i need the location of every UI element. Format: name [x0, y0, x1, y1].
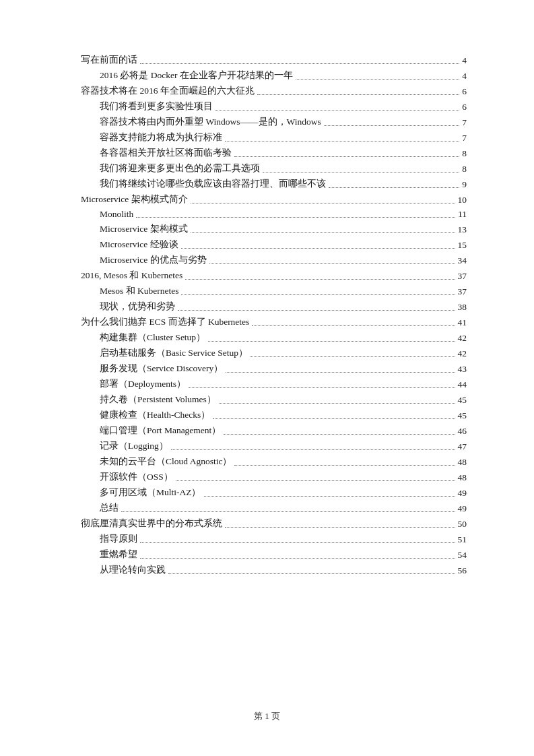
toc-item-page: 46: [458, 426, 467, 437]
toc-item-page: 7: [462, 117, 467, 128]
toc-dots: [181, 248, 455, 249]
toc-item-title: 写在前面的话: [81, 54, 137, 66]
toc-item: 2016, Mesos 和 Kubernetes37: [81, 270, 467, 282]
toc-dots: [171, 449, 455, 450]
toc-dots: [252, 325, 455, 326]
page-number: 第 1 页: [254, 711, 280, 721]
toc-item-page: 51: [458, 534, 467, 545]
toc-item-title: Microservice 经验谈: [81, 239, 178, 251]
toc-item-title: 容器技术将由内而外重塑 Windows——是的，Windows: [81, 116, 321, 128]
toc-item-title: 我们将继续讨论哪些负载应该由容器打理、而哪些不该: [81, 178, 326, 190]
toc-dots: [324, 125, 459, 126]
toc-item-page: 50: [458, 519, 467, 530]
toc-item-page: 38: [458, 302, 467, 313]
toc-dots: [121, 511, 455, 512]
toc-item-page: 13: [458, 224, 467, 235]
toc-item-page: 48: [458, 472, 467, 483]
toc-item-title: 容器支持能力将成为执行标准: [81, 131, 222, 144]
toc-item-title: 彻底厘清真实世界中的分布式系统: [81, 517, 222, 530]
toc-item-title: Microservice 的优点与劣势: [81, 254, 207, 266]
toc-item-title: Mesos 和 Kubernetes: [81, 285, 178, 297]
toc-item-page: 44: [458, 379, 467, 390]
toc-item-page: 43: [458, 364, 467, 375]
toc-item: 指导原则51: [81, 533, 467, 545]
toc-dots: [213, 418, 455, 419]
toc-item-title: 总结: [81, 502, 119, 514]
toc-item: 写在前面的话4: [81, 54, 467, 66]
toc-item-page: 42: [458, 348, 467, 359]
toc-item: Microservice 架构模式13: [81, 223, 467, 235]
toc-item-title: 容器技术将在 2016 年全面崛起的六大征兆: [81, 85, 255, 97]
toc-item-page: 10: [458, 195, 467, 206]
toc-dots: [204, 496, 455, 497]
toc-item: 健康检查（Health-Checks）45: [81, 409, 467, 421]
toc-dots: [189, 387, 455, 388]
toc-item: 总结49: [81, 502, 467, 514]
toc-item-title: Microservice 架构模式: [81, 223, 188, 235]
toc-item-title: 启动基础服务（Basic Service Setup）: [81, 347, 248, 359]
toc-item: Microservice 架构模式简介10: [81, 193, 467, 206]
toc-item: 我们将看到更多实验性项目6: [81, 100, 467, 113]
toc-dots: [226, 372, 455, 373]
toc-item: 我们将迎来更多更出色的必需工具选项8: [81, 162, 467, 175]
toc-dots: [140, 63, 459, 64]
toc-dots: [219, 403, 455, 404]
toc-item: 开源软件（OSS）48: [81, 471, 467, 483]
toc-item: 容器支持能力将成为执行标准7: [81, 131, 467, 144]
toc-item-page: 15: [458, 240, 467, 251]
toc-dots: [251, 356, 455, 357]
toc-item-page: 42: [458, 333, 467, 344]
toc-dots: [224, 434, 455, 435]
page-footer: 第 1 页: [0, 710, 534, 722]
toc-item-title: 现状，优势和劣势: [81, 301, 175, 313]
toc-dots: [296, 79, 459, 80]
toc-dots: [234, 156, 459, 157]
toc-dots: [329, 187, 459, 188]
toc-item-title: 构建集群（Cluster Setup）: [81, 332, 205, 344]
toc-item-title: 服务发现（Service Discovery）: [81, 363, 223, 375]
toc-item: 容器技术将由内而外重塑 Windows——是的，Windows7: [81, 116, 467, 128]
toc-dots: [225, 527, 455, 528]
toc-dots: [257, 94, 460, 95]
toc-item-title: 持久卷（Persistent Volumes）: [81, 393, 216, 406]
toc-dots: [140, 558, 455, 559]
toc-dots: [191, 232, 455, 233]
toc-item-title: 未知的云平台（Cloud Agnostic）: [81, 455, 232, 468]
toc-item-page: 7: [462, 133, 467, 144]
toc-item-title: 重燃希望: [81, 548, 137, 561]
toc-item: 端口管理（Port Management）46: [81, 424, 467, 437]
toc-dots: [209, 263, 455, 264]
toc-item: 为什么我们抛弃 ECS 而选择了 Kubernetes41: [81, 316, 467, 328]
toc-item-page: 11: [458, 209, 467, 220]
toc-item-title: 开源软件（OSS）: [81, 471, 173, 483]
toc-item: 我们将继续讨论哪些负载应该由容器打理、而哪些不该9: [81, 178, 467, 190]
toc-item-page: 54: [458, 550, 467, 561]
toc-item-page: 8: [462, 164, 467, 175]
toc-item-title: 为什么我们抛弃 ECS 而选择了 Kubernetes: [81, 316, 249, 328]
toc-dots: [176, 480, 455, 481]
toc-dots: [168, 573, 455, 574]
toc-item-title: 多可用区域（Multi-AZ）: [81, 486, 201, 499]
toc-item: Monolith11: [81, 209, 467, 220]
toc-item: 现状，优势和劣势38: [81, 301, 467, 313]
toc-dots: [185, 279, 455, 280]
toc-item: 重燃希望54: [81, 548, 467, 561]
toc-item-title: 2016 必将是 Docker 在企业客户开花结果的一年: [81, 69, 293, 82]
toc-item-page: 47: [458, 441, 467, 452]
toc-dots: [181, 294, 455, 295]
toc-dots: [215, 110, 459, 111]
toc-item-page: 56: [458, 565, 467, 576]
toc-item-page: 49: [458, 503, 467, 514]
table-of-contents: 写在前面的话42016 必将是 Docker 在企业客户开花结果的一年4容器技术…: [81, 54, 467, 576]
toc-item: 彻底厘清真实世界中的分布式系统50: [81, 517, 467, 530]
toc-item-page: 6: [462, 86, 467, 97]
toc-item-title: 从理论转向实践: [81, 564, 166, 576]
toc-dots: [234, 465, 455, 466]
toc-item-page: 48: [458, 457, 467, 468]
toc-item: 部署（Deployments）44: [81, 378, 467, 390]
toc-item-page: 37: [458, 286, 467, 297]
toc-item: 未知的云平台（Cloud Agnostic）48: [81, 455, 467, 468]
toc-item: 多可用区域（Multi-AZ）49: [81, 486, 467, 499]
toc-item-title: 各容器相关开放社区将面临考验: [81, 147, 232, 159]
toc-item: 持久卷（Persistent Volumes）45: [81, 393, 467, 406]
